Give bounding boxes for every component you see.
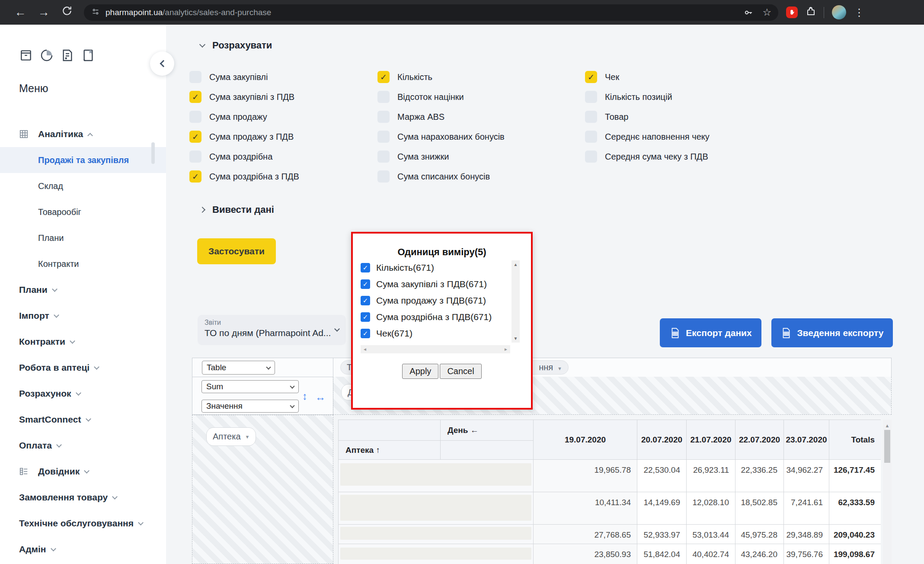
- sidebar-scrollbar[interactable]: [151, 142, 155, 164]
- checkbox-discount-sum[interactable]: ✓Сума знижки: [377, 147, 505, 167]
- modal-checkbox-quantity[interactable]: ✓Кількість(671): [361, 260, 510, 276]
- checkbox-receipt[interactable]: ✓Чек: [585, 67, 710, 87]
- checkbox-margin-abs[interactable]: ✓Маржа ABS: [377, 107, 505, 127]
- checkbox-checked-icon: ✓: [361, 279, 370, 289]
- column-axis-label[interactable]: День ←: [441, 420, 534, 441]
- aggregator-select[interactable]: Sum: [201, 380, 299, 393]
- chevron-down-icon: [112, 494, 118, 500]
- checkbox-icon: ✓: [189, 71, 201, 83]
- extensions-icon[interactable]: [806, 6, 816, 19]
- chevron-right-icon: [199, 207, 205, 213]
- sidebar-collapse-button[interactable]: [150, 51, 174, 76]
- sidebar-item-sales-and-purchase[interactable]: Продажі та закупівля: [0, 147, 166, 173]
- value-field-select[interactable]: Значення: [201, 400, 299, 413]
- sidebar-item-smartconnect[interactable]: SmartConnect: [0, 407, 166, 433]
- sidebar-item-pharmacy-work[interactable]: Робота в аптеці: [0, 355, 166, 381]
- sidebar-item-warehouse[interactable]: Склад: [0, 173, 166, 199]
- modal-horizontal-scrollbar[interactable]: ◄►: [361, 345, 510, 353]
- row-attribute-pill[interactable]: Аптека▼: [206, 427, 256, 446]
- blocker-extension-icon[interactable]: [786, 6, 798, 18]
- sidebar-item-directory[interactable]: Довідник: [0, 458, 166, 484]
- sidebar-item-contracts[interactable]: Контракти: [0, 329, 166, 355]
- modal-apply-button[interactable]: Apply: [402, 364, 438, 379]
- checkbox-sales-sum-vat[interactable]: ✓Сума продажу з ПДВ: [189, 127, 299, 147]
- modal-checkbox-receipt[interactable]: ✓Чек(671): [361, 325, 510, 342]
- sidebar-item-maintenance[interactable]: Технічне обслуговування: [0, 510, 166, 536]
- table-scrollbar[interactable]: ▲: [883, 420, 892, 564]
- menu-dots-icon[interactable]: ⋮: [854, 6, 864, 19]
- sidebar: Меню Аналітика Продажі та закупівля Скла…: [0, 25, 166, 564]
- sidebar-item-plans-sub[interactable]: Плани: [0, 225, 166, 251]
- calculate-section-header[interactable]: Розрахувати: [200, 40, 272, 51]
- checkbox-sales-sum[interactable]: ✓Сума продажу: [189, 107, 299, 127]
- scrollbar-thumb[interactable]: [884, 430, 890, 463]
- sidebar-item-import[interactable]: Імпорт: [0, 303, 166, 329]
- checkbox-quantity[interactable]: ✓Кількість: [377, 67, 505, 87]
- chevron-down-icon: [138, 520, 144, 526]
- scroll-down-icon[interactable]: ▼: [514, 336, 518, 341]
- row-axis-label[interactable]: Аптека ↑: [339, 441, 441, 460]
- checkbox-retail-sum-vat[interactable]: ✓Сума роздрібна з ПДВ: [189, 167, 299, 186]
- sidebar-item-calculation[interactable]: Розрахунок: [0, 381, 166, 407]
- sidebar-item-analytics[interactable]: Аналітика: [0, 121, 166, 147]
- checkbox-accrued-bonuses[interactable]: ✓Сума нарахованих бонусів: [377, 127, 505, 147]
- col-order-arrow-icon[interactable]: ↔: [315, 391, 326, 403]
- reload-icon[interactable]: [55, 5, 79, 19]
- checkbox-icon: ✓: [585, 111, 597, 123]
- output-data-section-header[interactable]: Вивести дані: [200, 204, 274, 215]
- checkbox-purchase-sum-vat[interactable]: ✓Сума закупівлі з ПДВ: [189, 87, 299, 107]
- book-icon[interactable]: [81, 48, 95, 62]
- sidebar-item-contracts-sub[interactable]: Контракти: [0, 251, 166, 277]
- pivot-row-drop-zone[interactable]: Аптека▼: [192, 415, 333, 564]
- modal-checkbox-purchase-vat[interactable]: ✓Сума закупівлі з ПДВ(671): [361, 276, 510, 292]
- back-icon[interactable]: ←: [9, 6, 32, 19]
- checkbox-positions-count[interactable]: ✓Кількість позицій: [585, 87, 710, 107]
- checkbox-checked-icon: ✓: [361, 296, 370, 305]
- checkbox-retail-sum[interactable]: ✓Сума роздрібна: [189, 147, 299, 167]
- xlsx-file-icon: [669, 327, 681, 339]
- checkbox-checked-icon: ✓: [361, 263, 370, 272]
- scroll-up-icon[interactable]: ▲: [514, 262, 518, 267]
- scroll-right-icon[interactable]: ►: [504, 347, 508, 352]
- table-row: 10,411.34 14,149.69 12,028.10 18,502.85 …: [339, 492, 881, 525]
- checkbox-purchase-sum[interactable]: ✓Сума закупівлі: [189, 67, 299, 87]
- document-icon[interactable]: [61, 48, 74, 62]
- sidebar-item-payment[interactable]: Оплата: [0, 433, 166, 458]
- sidebar-item-turnover[interactable]: Товарообіг: [0, 199, 166, 225]
- profile-avatar[interactable]: [832, 5, 846, 19]
- export-data-button[interactable]: Експорт даних: [660, 318, 761, 347]
- corner-cell: [339, 420, 441, 441]
- chevron-down-icon: [51, 546, 56, 551]
- renderer-select[interactable]: Table: [202, 361, 275, 375]
- url-bar[interactable]: pharmapoint.ua/analytics/sales-and-purch…: [84, 4, 778, 21]
- main-content: Розрахувати ✓Сума закупівлі ✓Сума закупі…: [166, 25, 924, 564]
- sidebar-item-admin[interactable]: Адмін: [0, 536, 166, 562]
- modal-vertical-scrollbar[interactable]: ▲▼: [512, 260, 520, 343]
- chevron-down-icon: [54, 312, 59, 318]
- checkbox-written-off-bonuses[interactable]: ✓Сума списаних бонусів: [377, 167, 505, 186]
- bookmark-star-icon[interactable]: ☆: [762, 6, 771, 18]
- password-key-icon[interactable]: [743, 7, 754, 18]
- archive-icon[interactable]: [19, 48, 33, 62]
- modal-cancel-button[interactable]: Cancel: [440, 364, 481, 379]
- apply-filters-button[interactable]: Застосувати: [197, 238, 276, 264]
- checkbox-avg-receipt-fill[interactable]: ✓Середнє наповнення чеку: [585, 127, 710, 147]
- sidebar-item-plans[interactable]: Плани: [0, 277, 166, 303]
- modal-checkbox-retail-vat[interactable]: ✓Сума роздрібна з ПДВ(671): [361, 309, 510, 325]
- scroll-up-icon[interactable]: ▲: [883, 420, 892, 428]
- sidebar-item-goods-order[interactable]: Замовлення товару: [0, 484, 166, 510]
- row-label-redacted: [339, 492, 534, 525]
- site-info-icon[interactable]: [91, 7, 100, 18]
- checkbox-markup-percent[interactable]: ✓Відсоток націнки: [377, 87, 505, 107]
- checkbox-icon: ✓: [585, 131, 597, 143]
- row-order-arrow-icon[interactable]: ↕: [302, 390, 307, 402]
- modal-checkbox-sales-vat[interactable]: ✓Сума продажу з ПДВ(671): [361, 292, 510, 309]
- pie-chart-icon[interactable]: [40, 48, 54, 62]
- checkbox-product[interactable]: ✓Товар: [585, 107, 710, 127]
- checkbox-avg-receipt-sum-vat[interactable]: ✓Середня сума чеку з ПДВ: [585, 147, 710, 167]
- forward-icon[interactable]: →: [32, 6, 55, 19]
- export-summary-button[interactable]: Зведення експорту: [771, 318, 893, 347]
- reports-select[interactable]: Звіти ТО по дням (Pharmapoint Ad...: [198, 315, 346, 345]
- xlsx-file-icon: [780, 327, 792, 339]
- scroll-left-icon[interactable]: ◄: [363, 347, 367, 352]
